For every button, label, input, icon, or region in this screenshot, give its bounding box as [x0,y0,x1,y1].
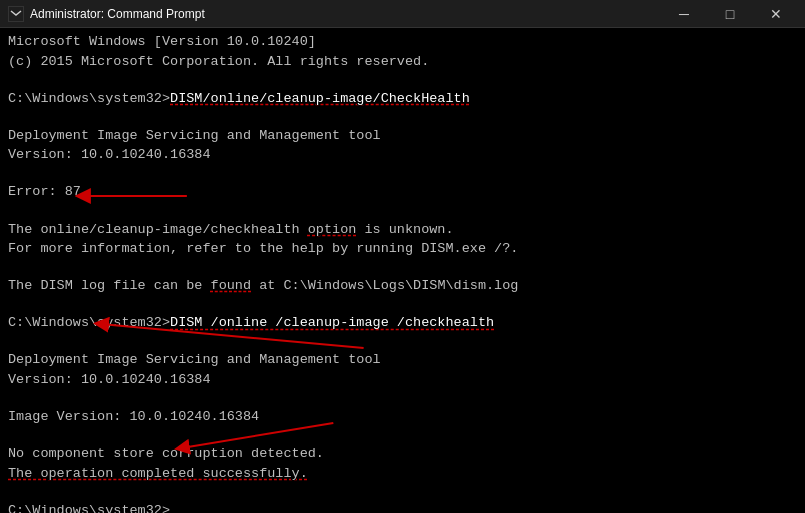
line-7: Version: 10.0.10240.16384 [8,145,797,165]
line-25 [8,483,797,501]
option-underline: option [308,222,357,237]
line-24-success: The operation completed successfully. [8,464,797,484]
line-19: Version: 10.0.10240.16384 [8,370,797,390]
line-23: No component store corruption detected. [8,444,797,464]
titlebar-left: Administrator: Command Prompt [8,6,205,22]
line-20 [8,390,797,408]
cmd1-highlight: DISM/online/cleanup-image/CheckHealth [170,91,470,106]
line-6: Deployment Image Servicing and Managemen… [8,126,797,146]
line-26-prompt: C:\Windows\system32> [8,501,797,513]
line-13 [8,259,797,277]
line-2: (c) 2015 Microsoft Corporation. All righ… [8,52,797,72]
line-12: For more information, refer to the help … [8,239,797,259]
line-3 [8,71,797,89]
found-underline: found [211,278,252,293]
line-8 [8,165,797,183]
line-17 [8,333,797,351]
terminal: Microsoft Windows [Version 10.0.10240] (… [0,28,805,513]
line-18: Deployment Image Servicing and Managemen… [8,350,797,370]
line-10 [8,202,797,220]
titlebar-controls: ─ □ ✕ [661,0,799,28]
line-22 [8,427,797,445]
line-11: The online/cleanup-image/checkhealth opt… [8,220,797,240]
titlebar: Administrator: Command Prompt ─ □ ✕ [0,0,805,28]
line-1: Microsoft Windows [Version 10.0.10240] [8,32,797,52]
line-14: The DISM log file can be found at C:\Win… [8,276,797,296]
svg-rect-0 [9,7,23,21]
cmd2-highlight: DISM /online /cleanup-image /checkhealth [170,315,494,330]
close-button[interactable]: ✕ [753,0,799,28]
line-15 [8,296,797,314]
line-16: C:\Windows\system32>DISM /online /cleanu… [8,313,797,333]
line-4: C:\Windows\system32>DISM/online/cleanup-… [8,89,797,109]
line-5 [8,108,797,126]
cmd-icon [8,6,24,22]
maximize-button[interactable]: □ [707,0,753,28]
minimize-button[interactable]: ─ [661,0,707,28]
line-9-error: Error: 87 [8,182,797,202]
line-21: Image Version: 10.0.10240.16384 [8,407,797,427]
titlebar-title: Administrator: Command Prompt [30,7,205,21]
